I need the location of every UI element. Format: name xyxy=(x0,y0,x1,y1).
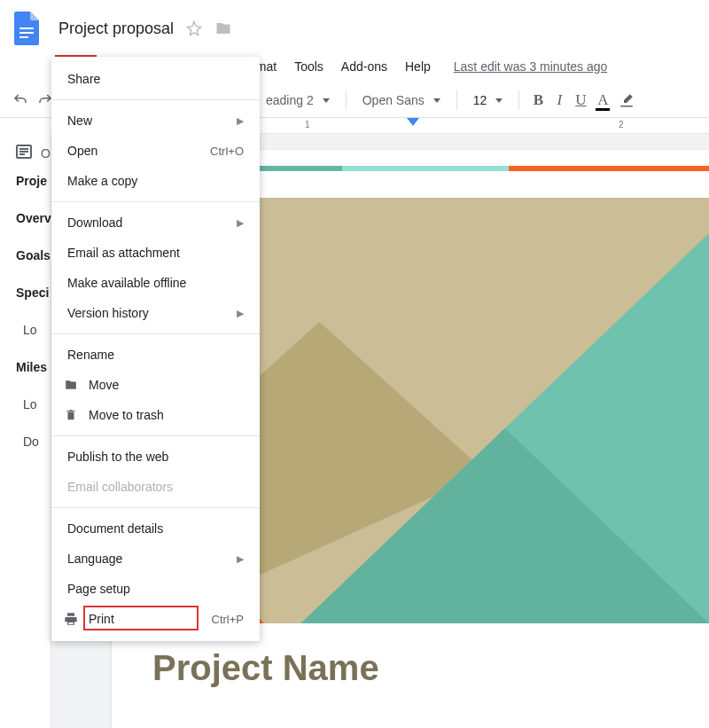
outline-item[interactable]: Overv xyxy=(16,211,51,225)
font-size-value: 12 xyxy=(473,93,487,107)
indent-marker-icon[interactable] xyxy=(407,118,419,132)
document-heading[interactable]: Project Name xyxy=(152,648,709,688)
menu-email-attachment[interactable]: Email as attachment xyxy=(51,238,260,268)
menu-publish-web[interactable]: Publish to the web xyxy=(51,442,260,472)
italic-button[interactable]: I xyxy=(551,91,567,109)
font-family-value: Open Sans xyxy=(362,93,425,107)
svg-rect-2 xyxy=(19,36,28,38)
submenu-arrow-icon: ▶ xyxy=(237,115,244,127)
menu-available-offline[interactable]: Make available offline xyxy=(51,268,260,298)
menu-make-copy[interactable]: Make a copy xyxy=(51,166,260,196)
move-folder-icon[interactable] xyxy=(214,20,232,36)
toolbar-separator xyxy=(456,90,457,110)
strip-segment xyxy=(509,166,709,171)
menu-new[interactable]: New▶ xyxy=(51,106,260,136)
menu-language[interactable]: Language▶ xyxy=(51,544,260,574)
menu-separator xyxy=(51,201,260,202)
submenu-arrow-icon: ▶ xyxy=(237,217,244,229)
docs-logo-icon[interactable] xyxy=(11,7,43,50)
outline-item[interactable]: Speci xyxy=(16,286,51,300)
outline-item[interactable]: Lo xyxy=(16,323,51,337)
menu-document-details[interactable]: Document details xyxy=(51,513,260,544)
print-icon xyxy=(62,612,80,626)
trash-icon xyxy=(62,408,80,422)
chevron-down-icon xyxy=(495,98,503,103)
outline-label: O xyxy=(41,146,51,160)
outline-item[interactable]: Do xyxy=(16,434,51,449)
menu-move[interactable]: Move xyxy=(51,370,260,400)
outline-panel: O Proje Overv Goals Speci Lo Miles Lo Do xyxy=(0,134,51,728)
menu-download[interactable]: Download▶ xyxy=(51,207,260,238)
ruler-mark: 2 xyxy=(619,120,624,129)
submenu-arrow-icon: ▶ xyxy=(237,553,244,565)
ruler-mark: 1 xyxy=(305,120,310,129)
titlebar: Project proposal xyxy=(0,0,709,50)
submenu-arrow-icon: ▶ xyxy=(237,308,244,319)
menu-print[interactable]: Print Ctrl+P xyxy=(51,604,260,634)
strip-segment xyxy=(342,166,509,171)
highlight-color-button[interactable] xyxy=(617,92,636,108)
last-edit-link[interactable]: Last edit was 3 minutes ago xyxy=(454,59,608,74)
folder-icon xyxy=(62,379,80,391)
font-family-select[interactable]: Open Sans xyxy=(357,91,446,109)
paragraph-style-value: eading 2 xyxy=(266,93,314,107)
star-icon[interactable] xyxy=(186,20,202,36)
outline-item[interactable]: Lo xyxy=(16,397,51,411)
outline-item[interactable]: Goals xyxy=(16,248,51,262)
menu-move-to-trash[interactable]: Move to trash xyxy=(51,400,260,430)
svg-rect-1 xyxy=(19,32,34,34)
menu-rename[interactable]: Rename xyxy=(51,340,260,370)
outline-item[interactable]: Proje xyxy=(16,174,51,188)
document-title[interactable]: Project proposal xyxy=(58,20,174,38)
menu-page-setup[interactable]: Page setup xyxy=(51,574,260,604)
toolbar-separator xyxy=(346,90,347,110)
menu-tools[interactable]: Tools xyxy=(285,56,332,77)
paragraph-style-select[interactable]: eading 2 xyxy=(261,91,335,109)
text-color-button[interactable]: A xyxy=(594,91,612,109)
chevron-down-icon xyxy=(433,98,440,103)
outline-item[interactable]: Miles xyxy=(16,360,51,374)
menu-email-collaborators: Email collaborators xyxy=(51,472,260,502)
svg-rect-0 xyxy=(19,27,34,29)
menu-version-history[interactable]: Version history▶ xyxy=(51,298,260,328)
undo-icon[interactable] xyxy=(11,90,30,110)
bold-button[interactable]: B xyxy=(530,91,546,109)
shortcut-label: Ctrl+O xyxy=(210,145,244,158)
menu-share[interactable]: Share xyxy=(51,64,260,94)
font-size-select[interactable]: 12 xyxy=(468,91,509,109)
outline-icon[interactable] xyxy=(16,145,32,161)
menu-help[interactable]: Help xyxy=(396,56,440,77)
menu-open[interactable]: OpenCtrl+O xyxy=(51,136,260,166)
file-menu-dropdown: Share New▶ OpenCtrl+O Make a copy Downlo… xyxy=(51,57,260,641)
menu-addons[interactable]: Add-ons xyxy=(332,56,396,77)
chevron-down-icon xyxy=(323,98,330,103)
menu-separator xyxy=(51,435,260,436)
menu-separator xyxy=(51,99,260,100)
ruler[interactable]: 1 2 xyxy=(261,118,709,134)
menu-separator xyxy=(51,333,260,334)
underline-button[interactable]: U xyxy=(573,91,588,109)
toolbar-separator xyxy=(518,90,519,110)
shortcut-label: Ctrl+P xyxy=(212,613,244,626)
menu-separator xyxy=(51,507,260,508)
